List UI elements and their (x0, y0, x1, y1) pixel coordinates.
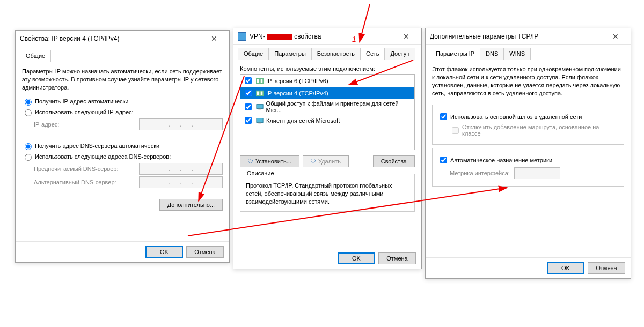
radio-manual-ip[interactable]: Использовать следующий IP-адрес: (22, 108, 223, 116)
advanced-tcpip-dialog: Дополнительные параметры TCP/IP ✕ Параме… (425, 28, 631, 279)
svg-rect-8 (257, 118, 263, 122)
vpn-properties-dialog: VPN- свойства ✕ Общие Параметры Безопасн… (233, 28, 422, 269)
ip-label: IP-адрес: (34, 121, 139, 128)
svg-rect-4 (257, 91, 259, 95)
metric-input (514, 167, 560, 179)
disable-route-checkbox (452, 127, 459, 134)
radio-auto-dns-label: Получить адрес DNS-сервера автоматически (35, 143, 159, 149)
tab-general[interactable]: Общие (20, 50, 51, 62)
svg-rect-5 (261, 91, 263, 95)
redacted-mark (267, 34, 292, 40)
intro-text: Параметры IP можно назначать автоматичес… (22, 68, 223, 92)
remove-label: Удалить (318, 158, 341, 165)
ip-input (139, 118, 223, 130)
close-icon[interactable]: ✕ (605, 31, 626, 42)
dialog-title: VPN- свойства (250, 33, 396, 40)
close-icon[interactable]: ✕ (203, 33, 225, 44)
check-use-gateway[interactable]: Использовать основной шлюз в удаленной с… (438, 112, 618, 122)
protocol-icon (255, 77, 264, 85)
radio-auto-ip-label: Получить IP-адрес автоматически (35, 98, 128, 105)
svg-rect-9 (258, 122, 261, 123)
cancel-button[interactable]: Отмена (378, 252, 416, 264)
install-label: Установить... (255, 158, 291, 165)
svg-rect-7 (258, 109, 261, 110)
dialog-title: Дополнительные параметры TCP/IP (430, 33, 605, 40)
check-auto-metric[interactable]: Автоматическое назначение метрики (438, 155, 618, 165)
metric-field: Метрика интерфейса: (450, 167, 618, 179)
description-text: Протокол TCP/IP. Стандартный протокол гл… (246, 182, 409, 206)
dialog-title: Свойства: IP версии 4 (TCP/IPv4) (20, 35, 203, 42)
intro-text: Этот флажок используется только при одно… (432, 65, 624, 97)
radio-auto-dns[interactable]: Получить адрес DNS-сервера автоматически (22, 142, 223, 150)
auto-metric-checkbox[interactable] (440, 157, 447, 164)
svg-rect-1 (257, 79, 259, 83)
description-legend: Описание (245, 170, 276, 176)
dialog-body: Параметры IP можно назначать автоматичес… (16, 62, 229, 216)
title-prefix: VPN- (250, 33, 265, 40)
advanced-button[interactable]: Дополнительно... (159, 199, 223, 211)
tab-strip: Общие Параметры Безопасность Сеть Доступ (233, 45, 421, 60)
item-checkbox[interactable] (245, 117, 252, 124)
alt-dns-label: Альтернативный DNS-сервер: (34, 179, 139, 185)
use-gateway-checkbox[interactable] (440, 113, 447, 120)
remove-button: 🛡Удалить (303, 155, 349, 167)
tab-dns[interactable]: DNS (480, 48, 504, 60)
install-button[interactable]: 🛡Установить... (240, 155, 299, 167)
radio-auto-dns-input[interactable] (25, 143, 32, 150)
item-checkbox[interactable] (245, 90, 252, 96)
components-list[interactable]: IP версии 6 (TCP/IPv6) IP версии 4 (TCP/… (240, 74, 415, 150)
radio-auto-ip[interactable]: Получить IP-адрес автоматически (22, 97, 223, 106)
titlebar: VPN- свойства ✕ (233, 28, 421, 45)
radio-manual-ip-label: Использовать следующий IP-адрес: (35, 109, 134, 115)
dialog-body: Этот флажок используется только при одно… (426, 60, 631, 195)
radio-manual-ip-input[interactable] (25, 109, 32, 116)
components-label: Компоненты, используемые этим подключени… (240, 65, 415, 72)
check-disable-route: Отключить добавление маршрута, основанно… (450, 124, 618, 137)
monitor-icon (255, 102, 264, 111)
tab-strip: Общие (16, 47, 229, 62)
title-suffix: свойства (294, 33, 321, 40)
vpn-icon (238, 32, 246, 41)
tab-security[interactable]: Безопасность (311, 48, 361, 60)
protocol-icon (255, 89, 264, 98)
titlebar: Свойства: IP версии 4 (TCP/IPv4) ✕ (16, 31, 229, 47)
alt-dns-input (139, 176, 223, 188)
tab-params[interactable]: Параметры (268, 48, 312, 60)
item-label: IP версии 4 (TCP/IPv4) (266, 90, 328, 96)
item-checkbox[interactable] (245, 103, 252, 110)
tab-wins[interactable]: WINS (503, 48, 531, 60)
list-item[interactable]: Клиент для сетей Microsoft (240, 114, 414, 127)
svg-rect-6 (257, 105, 263, 109)
ok-button[interactable]: OK (547, 262, 584, 274)
tab-access[interactable]: Доступ (384, 48, 415, 60)
item-checkbox[interactable] (245, 77, 252, 84)
list-item[interactable]: IP версии 6 (TCP/IPv6) (240, 75, 414, 87)
pref-dns-field: Предпочитаемый DNS-сервер: (34, 163, 223, 175)
pref-dns-input (139, 163, 223, 175)
radio-manual-dns[interactable]: Использовать следующие адреса DNS-сервер… (22, 152, 223, 161)
dialog-body: Компоненты, используемые этим подключени… (233, 60, 421, 220)
tab-network[interactable]: Сеть (360, 48, 385, 60)
close-icon[interactable]: ✕ (396, 31, 417, 42)
ipv4-properties-dialog: Свойства: IP версии 4 (TCP/IPv4) ✕ Общие… (15, 30, 230, 263)
cancel-button[interactable]: Отмена (186, 246, 224, 258)
list-item[interactable]: Общий доступ к файлам и принтерам для се… (240, 99, 414, 114)
radio-manual-dns-label: Использовать следующие адреса DNS-сервер… (35, 153, 171, 160)
shield-icon: 🛡 (311, 159, 316, 165)
list-item[interactable]: IP версии 4 (TCP/IPv4) (240, 87, 414, 99)
ok-button[interactable]: OK (338, 252, 375, 264)
ok-button[interactable]: OK (145, 246, 183, 258)
radio-manual-dns-input[interactable] (25, 154, 32, 161)
tab-general[interactable]: Общие (238, 48, 269, 60)
properties-button[interactable]: Свойства (373, 155, 415, 167)
radio-auto-ip-input[interactable] (25, 99, 32, 106)
pref-dns-label: Предпочитаемый DNS-сервер: (34, 166, 139, 172)
shield-icon: 🛡 (248, 159, 253, 165)
tab-ip-params[interactable]: Параметры IP (430, 48, 480, 60)
cancel-button[interactable]: Отмена (588, 262, 625, 274)
tab-strip: Параметры IP DNS WINS (426, 45, 631, 60)
svg-rect-2 (261, 79, 263, 83)
item-label: Клиент для сетей Microsoft (266, 117, 340, 124)
ip-field: IP-адрес: (34, 118, 223, 130)
monitor-icon (255, 116, 264, 125)
